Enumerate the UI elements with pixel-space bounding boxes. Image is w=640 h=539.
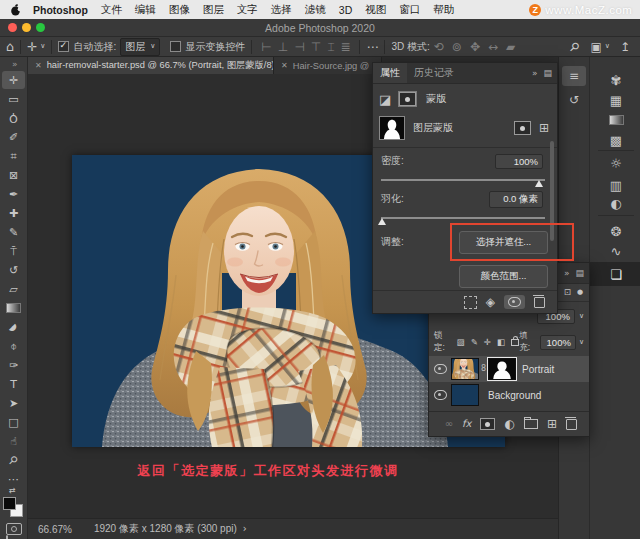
more-options-icon[interactable]: ⋯ [366, 41, 378, 53]
lock-position-icon[interactable]: ✛ [484, 338, 491, 347]
learn-panel-icon[interactable]: ☼ [590, 153, 640, 173]
color-panel-icon[interactable]: ✾ [590, 70, 640, 90]
3d-roll-icon[interactable]: ⊚ [452, 41, 462, 53]
panel-menu-icon[interactable]: ▤ [575, 269, 584, 278]
menu-3d[interactable]: 3D [339, 4, 352, 16]
search-icon[interactable]: ⚲ [567, 39, 582, 54]
tab-history[interactable]: 历史记录 [407, 63, 461, 83]
align-right-icon[interactable]: ⊣ [294, 41, 304, 53]
layer-row-portrait[interactable]: 8 Portrait [429, 356, 589, 382]
close-tab-icon[interactable]: ✕ [281, 61, 288, 70]
dodge-tool[interactable]: ⌽ [2, 337, 25, 355]
collapse-panel-icon[interactable]: » [532, 69, 538, 78]
align-left-icon[interactable]: ⊢ [261, 41, 271, 53]
layer-thumbnail[interactable] [451, 358, 479, 380]
tab-properties[interactable]: 属性 [373, 63, 407, 83]
pen-tool[interactable]: ✑ [2, 356, 25, 374]
feather-value[interactable]: 0.0 像素 [489, 191, 543, 208]
menu-edit[interactable]: 编辑 [135, 3, 156, 17]
distribute-v-icon[interactable]: ≣ [340, 41, 350, 53]
zoom-level-field[interactable]: 66.67% [38, 524, 72, 535]
layers-panel-icon[interactable]: ❏ [590, 262, 640, 286]
menu-file[interactable]: 文件 [101, 3, 122, 17]
mask-link-icon[interactable]: 8 [481, 365, 486, 373]
current-tool-icon[interactable]: ✛ [27, 41, 37, 53]
paths-panel-icon[interactable]: ∿ [590, 241, 640, 261]
distribute-h-icon[interactable]: ⌶ [327, 41, 334, 53]
status-chevron-icon[interactable]: › [243, 524, 247, 534]
eyedropper-tool[interactable]: ✒ [2, 185, 25, 203]
eraser-tool[interactable]: ▱ [2, 280, 25, 298]
3d-orbit-icon[interactable]: ⟲ [434, 41, 444, 53]
layer-thumbnail[interactable] [451, 384, 479, 406]
quick-mask-button[interactable] [6, 523, 22, 535]
mask-visibility-button[interactable] [504, 295, 525, 309]
menu-window[interactable]: 窗口 [399, 3, 420, 17]
brush-tool[interactable]: ✎ [2, 223, 25, 241]
collapse-tools-icon[interactable]: » [12, 60, 18, 69]
lock-pixels-icon[interactable]: ✎ [471, 338, 478, 347]
type-tool[interactable]: T [2, 375, 25, 393]
hand-tool[interactable]: ☝ [2, 432, 25, 450]
workspace-switcher-icon[interactable]: ▣ [590, 41, 601, 53]
menu-type[interactable]: 文字 [237, 3, 258, 17]
filter-toggle-icon[interactable]: ● [577, 289, 583, 296]
color-swatches[interactable] [0, 497, 28, 519]
new-layer-icon[interactable]: ⊞ [547, 418, 557, 430]
new-group-icon[interactable] [524, 419, 538, 429]
delete-layer-icon[interactable] [566, 419, 577, 430]
rectangle-tool[interactable]: □ [2, 413, 25, 431]
add-mask-icon[interactable] [480, 418, 495, 430]
adjustments-panel-icon[interactable]: ◐ [590, 193, 640, 213]
zoom-window-button[interactable] [36, 23, 45, 32]
menu-filter[interactable]: 滤镜 [305, 3, 326, 17]
menu-image[interactable]: 图像 [169, 3, 190, 17]
foreground-color-swatch[interactable] [3, 497, 16, 510]
workspace-caret-icon[interactable]: ∨ [605, 43, 610, 50]
feather-slider-track[interactable] [381, 217, 545, 219]
layer-visibility-toggle[interactable] [429, 364, 451, 374]
link-layers-icon[interactable]: ∞ [445, 419, 453, 429]
lock-artboard-icon[interactable]: ◧ [497, 338, 505, 347]
mask-thumbnail[interactable] [379, 116, 405, 140]
mask-properties-icon[interactable] [399, 92, 416, 106]
3d-slide-icon[interactable]: ↔ [488, 41, 498, 53]
density-value[interactable]: 100% [495, 154, 543, 169]
image-properties-icon[interactable]: ◪ [379, 93, 391, 106]
tab-hair-removal-starter[interactable]: ✕ hair-removal-starter.psd @ 66.7% (Port… [28, 57, 274, 74]
menu-layer[interactable]: 图层 [203, 3, 224, 17]
healing-brush-tool[interactable]: ✚ [2, 204, 25, 222]
blur-tool[interactable]: ◗ [2, 318, 25, 336]
filter-smart-object-icon[interactable]: ⊡ [564, 288, 571, 297]
layer-name[interactable]: Background [488, 390, 541, 401]
minimize-window-button[interactable] [22, 23, 31, 32]
mask-mode-icon[interactable] [514, 121, 531, 135]
add-vector-mask-icon[interactable]: ⊞ [539, 122, 549, 134]
layer-mask-thumbnail[interactable] [488, 358, 516, 380]
density-slider-track[interactable] [381, 179, 545, 181]
path-selection-tool[interactable]: ➤ [2, 394, 25, 412]
auto-select-dropdown[interactable]: 图层 ∨ [120, 38, 160, 56]
menu-view[interactable]: 视图 [365, 3, 386, 17]
tool-preset-caret-icon[interactable]: ∨ [40, 43, 45, 50]
properties-dock-button[interactable]: ≡ [562, 66, 586, 86]
zoom-tool[interactable]: ⚲ [2, 451, 25, 469]
fill-value[interactable]: 100% [540, 335, 576, 350]
menu-photoshop[interactable]: Photoshop [33, 4, 88, 16]
patterns-panel-icon[interactable]: ▩ [590, 130, 640, 150]
styles-panel-icon[interactable]: ❂ [590, 221, 640, 241]
color-range-button[interactable]: 颜色范围... [459, 265, 548, 288]
lock-transparent-icon[interactable]: ▨ [457, 338, 465, 347]
menu-select[interactable]: 选择 [271, 3, 292, 17]
apply-mask-icon[interactable]: ◈ [486, 296, 495, 308]
home-icon[interactable]: ⌂ [6, 40, 14, 53]
fill-caret-icon[interactable]: ∨ [579, 339, 584, 346]
align-center-h-icon[interactable]: ⊥ [278, 41, 288, 53]
frame-tool[interactable]: ⊠ [2, 166, 25, 184]
quick-selection-tool[interactable]: ✐ [2, 128, 25, 146]
share-icon[interactable]: ↥ [620, 41, 630, 53]
crop-tool[interactable]: ⌗ [2, 147, 25, 165]
3d-camera-icon[interactable]: ▰ [506, 41, 515, 53]
close-window-button[interactable] [8, 23, 17, 32]
history-dock-button[interactable]: ↺ [562, 90, 586, 110]
